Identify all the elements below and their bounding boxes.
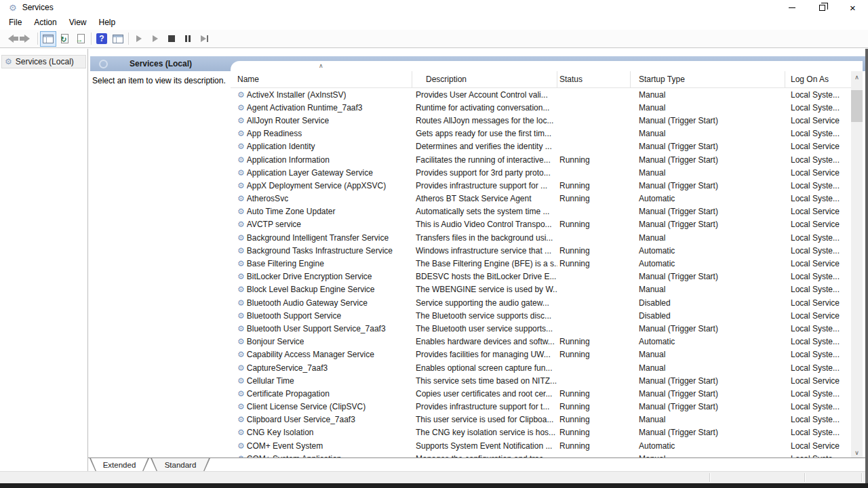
service-description: Enables optional screen capture fun...	[412, 363, 557, 373]
table-row[interactable]: ⚙Auto Time Zone UpdaterAutomatically set…	[231, 205, 851, 218]
console-tree-panel: ⚙ Services (Local)	[0, 49, 88, 471]
service-gear-icon: ⚙	[237, 364, 245, 372]
scroll-up-icon[interactable]: ∧	[851, 71, 863, 83]
service-startup-type: Manual (Trigger Start)	[631, 181, 785, 190]
panel-title: Services (Local)	[130, 59, 192, 68]
service-name: Block Level Backup Engine Service	[247, 285, 375, 294]
service-startup-type: Manual	[631, 90, 785, 100]
table-row[interactable]: ⚙COM+ Event SystemSupports System Event …	[231, 439, 851, 452]
service-name-cell: ⚙Agent Activation Runtime_7aaf3	[237, 103, 412, 113]
table-row[interactable]: ⚙Block Level Backup Engine ServiceThe WB…	[231, 283, 851, 296]
service-name: Certificate Propagation	[247, 389, 330, 399]
forward-button[interactable]	[19, 31, 35, 47]
close-button[interactable]: ×	[837, 0, 868, 15]
table-row[interactable]: ⚙Application Layer Gateway ServiceProvid…	[231, 166, 851, 179]
service-status: Running	[557, 246, 631, 256]
console-tree-icon	[43, 35, 54, 43]
menu-view[interactable]: View	[63, 16, 93, 29]
table-row[interactable]: ⚙Certificate PropagationCopies user cert…	[231, 387, 851, 400]
table-row[interactable]: ⚙Bluetooth Support ServiceThe Bluetooth …	[231, 309, 851, 322]
service-description: Service supporting the audio gatew...	[412, 298, 557, 308]
service-gear-icon: ⚙	[237, 442, 245, 450]
service-name: App Readiness	[247, 129, 302, 138]
service-name-cell: ⚙AVCTP service	[237, 220, 412, 229]
table-row[interactable]: ⚙Clipboard User Service_7aaf3This user s…	[231, 413, 851, 426]
table-row[interactable]: ⚙Bonjour ServiceEnables hardware devices…	[231, 336, 851, 348]
table-row[interactable]: ⚙Application IdentityDetermines and veri…	[231, 140, 851, 153]
scrollbar-thumb[interactable]	[851, 90, 863, 122]
service-description: Windows infrastructure service that ...	[412, 246, 557, 256]
table-row[interactable]: ⚙AllJoyn Router ServiceRoutes AllJoyn me…	[231, 114, 851, 127]
help-icon: ?	[96, 33, 107, 44]
service-name: Application Information	[247, 155, 330, 165]
service-name: Capability Access Manager Service	[247, 350, 374, 359]
table-row[interactable]: ⚙Client License Service (ClipSVC)Provide…	[231, 401, 851, 413]
table-row[interactable]: ⚙AtherosSvcAtheros BT Stack Service Agen…	[231, 192, 851, 205]
pause-service-button[interactable]	[180, 31, 196, 47]
properties-button[interactable]	[110, 31, 126, 47]
table-row[interactable]: ⚙Background Intelligent Transfer Service…	[231, 231, 851, 244]
resume-service-button[interactable]	[147, 31, 163, 47]
menu-file[interactable]: File	[3, 16, 28, 29]
stop-service-button[interactable]	[163, 31, 180, 47]
service-status: Running	[557, 441, 631, 451]
column-header-description[interactable]: Description	[412, 71, 557, 87]
service-log-on-as: Local Service	[785, 376, 850, 386]
tab-extended[interactable]: Extended	[90, 458, 149, 472]
table-row[interactable]: ⚙Bluetooth Audio Gateway ServiceService …	[231, 296, 851, 309]
start-service-button[interactable]	[131, 31, 147, 47]
restore-button[interactable]	[807, 0, 837, 15]
show-console-tree-button[interactable]	[40, 31, 56, 47]
service-status: Running	[557, 350, 631, 359]
menu-help[interactable]: Help	[93, 16, 122, 29]
table-row[interactable]: ⚙App ReadinessGets apps ready for use th…	[231, 127, 851, 140]
table-row[interactable]: ⚙AppX Deployment Service (AppXSVC)Provid…	[231, 179, 851, 192]
services-list-panel: ∧ NameDescriptionStatusStartup TypeLog O…	[231, 61, 863, 458]
menu-action[interactable]: Action	[28, 16, 62, 29]
service-description: Determines and verifies the identity ...	[412, 142, 557, 151]
service-startup-type: Automatic	[631, 194, 785, 203]
column-header-startup-type[interactable]: Startup Type	[631, 71, 785, 87]
column-header-status[interactable]: Status	[557, 71, 631, 87]
service-description: Runtime for activating conversation...	[412, 103, 557, 113]
table-row[interactable]: ⚙Base Filtering EngineThe Base Filtering…	[231, 257, 851, 270]
vertical-scrollbar[interactable]: ∧ ∨	[851, 71, 863, 458]
table-row[interactable]: ⚙ActiveX Installer (AxInstSV)Provides Us…	[231, 88, 851, 101]
back-button[interactable]	[3, 31, 19, 47]
sort-ascending-icon: ∧	[319, 62, 323, 69]
refresh-button[interactable]: ↻	[56, 31, 73, 47]
table-row[interactable]: ⚙Bluetooth User Support Service_7aaf3The…	[231, 322, 851, 335]
service-gear-icon: ⚙	[237, 129, 245, 138]
export-list-button[interactable]: →	[73, 31, 89, 47]
table-row[interactable]: ⚙Capability Access Manager ServiceProvid…	[231, 348, 851, 361]
table-row[interactable]: ⚙BitLocker Drive Encryption ServiceBDESV…	[231, 270, 851, 283]
service-startup-type: Manual	[631, 103, 785, 113]
service-description: The CNG key isolation service is hos...	[412, 428, 557, 437]
restart-service-button[interactable]	[196, 31, 212, 47]
table-row[interactable]: ⚙Agent Activation Runtime_7aaf3Runtime f…	[231, 101, 851, 114]
scroll-down-icon[interactable]: ∨	[851, 447, 863, 458]
pause-service-icon	[185, 35, 191, 42]
service-startup-type: Manual	[631, 415, 785, 424]
service-gear-icon: ⚙	[237, 260, 245, 268]
table-row[interactable]: ⚙Background Tasks Infrastructure Service…	[231, 244, 851, 257]
table-row[interactable]: ⚙Cellular TimeThis service sets time bas…	[231, 374, 851, 387]
service-name-cell: ⚙AppX Deployment Service (AppXSVC)	[237, 181, 412, 190]
table-row[interactable]: ⚙AVCTP serviceThis is Audio Video Contro…	[231, 218, 851, 231]
service-name-cell: ⚙COM+ Event System	[237, 441, 412, 451]
window-right-edge	[865, 49, 868, 483]
tree-item-services-local[interactable]: ⚙ Services (Local)	[1, 55, 86, 68]
service-startup-type: Manual (Trigger Start)	[631, 155, 785, 165]
table-row[interactable]: ⚙Application InformationFacilitates the …	[231, 153, 851, 166]
service-name-cell: ⚙AtherosSvc	[237, 194, 412, 203]
service-gear-icon: ⚙	[237, 142, 245, 150]
table-row[interactable]: ⚙CNG Key IsolationThe CNG key isolation …	[231, 426, 851, 439]
table-row[interactable]: ⚙CaptureService_7aaf3Enables optional sc…	[231, 361, 851, 374]
minimize-button[interactable]	[776, 0, 807, 15]
service-gear-icon: ⚙	[237, 220, 245, 228]
tab-standard[interactable]: Standard	[151, 458, 210, 472]
column-header-name[interactable]: Name	[237, 71, 412, 87]
column-header-log-on-as[interactable]: Log On As	[785, 71, 850, 87]
service-name: Bluetooth Support Service	[247, 311, 341, 321]
help-button[interactable]: ?	[94, 31, 110, 47]
